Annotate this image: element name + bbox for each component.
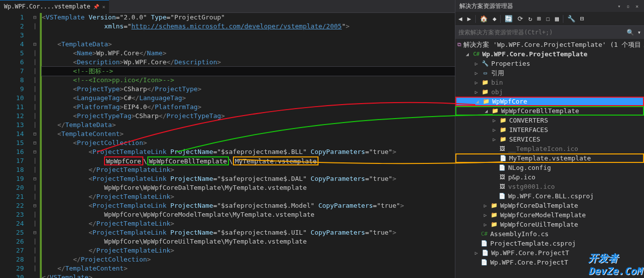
bin-node[interactable]: ▷📁bin	[455, 78, 644, 87]
file-icon: 📄	[480, 259, 488, 267]
wrench-icon: 🔧	[481, 60, 489, 68]
file-icon: 🖼	[498, 173, 506, 181]
ppico-node[interactable]: 🖼p&p.ico	[455, 172, 644, 182]
proj-sub2[interactable]: 📄Wp.WPF.Core.ProjectT	[455, 258, 644, 267]
file-icon: 🖼	[498, 145, 506, 153]
code-body[interactable]: <VSTemplate Version="2.0.0" Type="Projec…	[42, 13, 455, 278]
explorer-search[interactable]: 🔍 ▾	[455, 26, 644, 39]
daltpl-node[interactable]: ▷📁WpWpfCoreDalTemplate	[455, 201, 644, 210]
hl-orange-code: MyTemplate.vstemplate	[233, 156, 319, 165]
window-controls[interactable]: ▾ ▫ ✕	[618, 3, 640, 9]
close-icon[interactable]: ✕	[102, 4, 105, 9]
props-icon[interactable]: ☐	[545, 14, 551, 23]
refs-node[interactable]: ▷▭引用	[455, 68, 644, 78]
folder-icon: 📁	[499, 126, 507, 134]
vs-icon[interactable]: ◆	[492, 14, 498, 23]
file-icon: 📄	[480, 240, 488, 248]
mytpl-node[interactable]: 📄MyTemplate.vstemplate	[455, 153, 644, 163]
proj-sub1[interactable]: ▷📄Wp.WPF.Core.ProjectT	[455, 248, 644, 258]
tab-bar: Wp.WPF.Cor....vstemplate 📌 ✕	[0, 0, 455, 13]
tplico-node[interactable]: 🖼__TemplateIcon.ico	[455, 144, 644, 153]
file-icon: 📄	[498, 164, 506, 172]
hl-green-code: WpWpfCoreBllTemplate	[147, 156, 229, 165]
file-icon: 🖼	[498, 183, 506, 191]
search-icon[interactable]: 🔍 ▾	[627, 29, 641, 36]
bllcsproj-node[interactable]: 📄Wp.WPF.Core.BLL.csproj	[455, 191, 644, 201]
folder-icon: 📁	[499, 117, 507, 125]
properties-node[interactable]: ▷🔧Properties	[455, 59, 644, 68]
folder-icon: 📁	[481, 79, 489, 87]
search-input[interactable]	[458, 29, 627, 36]
code-area[interactable]: 12345678910 11121314151617181920 2122232…	[0, 13, 455, 278]
file-icon: 📄	[499, 154, 507, 162]
csproj-icon: C#	[472, 50, 480, 58]
pin-icon[interactable]: 📌	[93, 4, 99, 9]
showall-icon[interactable]: ⊞	[536, 14, 542, 23]
folder-icon: 📁	[482, 98, 490, 106]
explorer-toolbar: ◀ ▶ 🏠 ◆ 🔄 ⟳ ↻ ⊞ ☐ ▦ 🔧 ⊟	[455, 12, 644, 26]
folder-icon: 📁	[490, 202, 498, 210]
blltpl-node[interactable]: ◢📁WpWpfCoreBllTemplate	[455, 106, 644, 116]
file-icon: 📄	[481, 249, 489, 257]
obj-node[interactable]: ▷📁obj	[455, 87, 644, 97]
wrench-icon[interactable]: 🔧	[566, 14, 576, 23]
folder-icon: 📁	[491, 107, 499, 115]
hl-red-code: WpWpfCore	[104, 156, 143, 165]
nlog-node[interactable]: 📄NLog.config	[455, 163, 644, 172]
panel-title-bar[interactable]: 解决方案资源管理器 ▾ ▫ ✕	[455, 0, 644, 12]
line-numbers: 12345678910 11121314151617181920 2122232…	[0, 13, 30, 278]
home-icon[interactable]: 🏠	[479, 14, 489, 23]
wpwpfcore-node[interactable]: ◢📁WpWpfCore	[455, 97, 644, 106]
project-node[interactable]: ◢C#Wp.WPF.Core.ProjectTemplate	[455, 49, 644, 59]
open-icon[interactable]: ⟳	[517, 14, 524, 23]
uiltpl-node[interactable]: ▷📁WpWpfCoreUilTemplate	[455, 220, 644, 229]
solution-tree[interactable]: ⧉解决方案 'Wp.WPF.Core.ProjectTemplate' (1 个…	[455, 39, 644, 278]
folder-icon: 📁	[490, 221, 498, 229]
solution-icon: ⧉	[457, 41, 461, 49]
sync-icon[interactable]: 🔄	[504, 14, 514, 23]
folder-icon: 📁	[481, 88, 489, 96]
tab-title: Wp.WPF.Cor....vstemplate	[4, 3, 90, 10]
editor-pane: Wp.WPF.Cor....vstemplate 📌 ✕ 12345678910…	[0, 0, 455, 278]
nav-back-icon[interactable]: ◀	[457, 14, 463, 23]
modeltpl-node[interactable]: ▷📁WpWpfCoreModelTemplate	[455, 210, 644, 220]
solution-node[interactable]: ⧉解决方案 'Wp.WPF.Core.ProjectTemplate' (1 个…	[455, 40, 644, 49]
cs-icon: C#	[480, 230, 488, 238]
editor-tab[interactable]: Wp.WPF.Cor....vstemplate 📌 ✕	[0, 0, 109, 13]
file-icon: 📄	[498, 192, 506, 200]
cfg-icon[interactable]: ⊟	[579, 14, 585, 23]
folder-icon: 📁	[490, 211, 498, 219]
nav-fwd-icon[interactable]: ▶	[466, 14, 472, 23]
folder-icon: 📁	[499, 136, 507, 143]
services-node[interactable]: ▷📁SERVICES	[455, 135, 644, 144]
converters-node[interactable]: ▷📁CONVERTERS	[455, 116, 644, 125]
solution-explorer: 解决方案资源管理器 ▾ ▫ ✕ ◀ ▶ 🏠 ◆ 🔄 ⟳ ↻ ⊞ ☐ ▦ 🔧 ⊟ …	[455, 0, 644, 278]
refresh-icon[interactable]: ↻	[527, 14, 533, 23]
interfaces-node[interactable]: ▷📁INTERFACES	[455, 125, 644, 135]
vstg-node[interactable]: 🖼vstg0001.ico	[455, 182, 644, 191]
asm-node[interactable]: C#AssemblyInfo.cs	[455, 229, 644, 239]
ptcsproj-node[interactable]: 📄ProjectTemplate.csproj	[455, 239, 644, 248]
fold-column[interactable]: ⊟│⊟││││││ │││⊟⊟⊟││⊟│ │⊟││⊟││││	[30, 13, 40, 278]
refs-icon: ▭	[481, 69, 489, 77]
active-line: <!--图标-->	[42, 67, 455, 76]
view-icon[interactable]: ▦	[554, 14, 560, 23]
panel-title: 解决方案资源管理器	[459, 2, 513, 10]
